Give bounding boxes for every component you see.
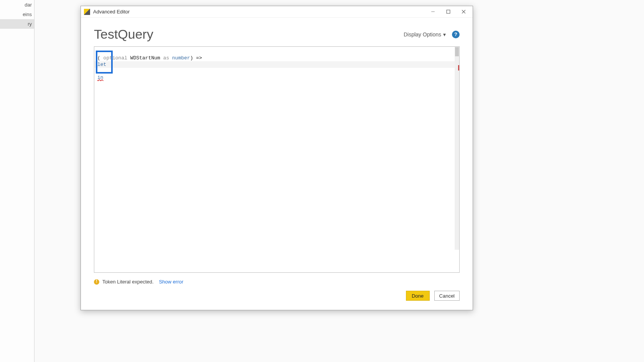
- error-status-row: Token Literal expected. Show error: [81, 277, 473, 287]
- svg-rect-1: [447, 10, 450, 13]
- queries-sidebar: dar eins ry: [0, 0, 34, 362]
- code-editor[interactable]: ( optional WDStartNum as number) => let …: [94, 46, 460, 273]
- warning-icon: [94, 279, 99, 285]
- dialog-buttons: Done Cancel: [81, 287, 473, 310]
- window-titlebar[interactable]: Advanced Editor: [81, 6, 473, 18]
- minimize-button[interactable]: [425, 7, 440, 17]
- dialog-header: TestQuery Display Options ▾ ?: [81, 18, 473, 46]
- cancel-button[interactable]: Cancel: [434, 291, 460, 301]
- close-button[interactable]: [456, 7, 471, 17]
- window-controls: [425, 7, 471, 17]
- sidebar-item[interactable]: eins: [0, 10, 34, 19]
- done-button[interactable]: Done: [406, 291, 430, 301]
- chevron-down-icon: ▾: [443, 31, 446, 38]
- help-icon[interactable]: ?: [452, 31, 460, 38]
- error-message: Token Literal expected.: [102, 279, 154, 285]
- vertical-scrollbar[interactable]: [455, 47, 459, 250]
- display-options-label: Display Options: [404, 31, 441, 38]
- show-error-link[interactable]: Show error: [159, 279, 184, 285]
- scrollbar-thumb[interactable]: [455, 47, 459, 56]
- code-line-1: ( optional WDStartNum as number) =>: [97, 55, 202, 61]
- window-title: Advanced Editor: [93, 9, 425, 15]
- code-line-2: let: [97, 62, 106, 67]
- display-options-dropdown[interactable]: Display Options ▾: [404, 31, 446, 38]
- sidebar-item[interactable]: dar: [0, 0, 34, 10]
- query-name: TestQuery: [94, 27, 153, 42]
- code-line-4: in: [97, 75, 104, 80]
- sidebar-item-selected[interactable]: ry: [0, 19, 34, 29]
- app-icon: [84, 9, 90, 15]
- error-marker-icon[interactable]: [458, 65, 460, 70]
- maximize-button[interactable]: [440, 7, 456, 17]
- advanced-editor-dialog: Advanced Editor TestQuery Display Option…: [80, 6, 473, 310]
